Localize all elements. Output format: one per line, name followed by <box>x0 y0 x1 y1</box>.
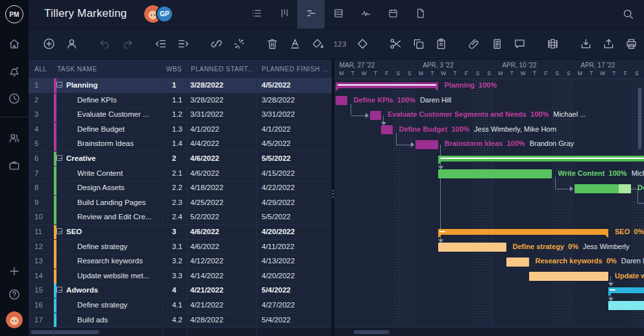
gantt-task-bar[interactable] <box>370 111 382 120</box>
redo-icon[interactable] <box>121 36 134 52</box>
collapse-icon[interactable] <box>56 155 62 161</box>
collapse-icon[interactable] <box>56 228 62 234</box>
task-name[interactable]: Build Landing Pages <box>77 198 146 206</box>
task-name[interactable]: Brainstorm Ideas <box>77 139 134 147</box>
home-icon[interactable] <box>8 38 21 51</box>
task-name[interactable]: Evaluate Customer ... <box>77 110 149 118</box>
task-name[interactable]: Adwords <box>56 286 98 294</box>
avatar-initials[interactable]: GP <box>156 5 173 23</box>
export-icon[interactable] <box>602 36 615 52</box>
panel-splitter[interactable]: ••• <box>332 60 334 336</box>
view-tab-sheet[interactable] <box>325 0 352 29</box>
team-icon[interactable] <box>8 132 21 145</box>
gantt-task-bar[interactable] <box>336 96 347 105</box>
table-row[interactable]: 16Define strategy4.14/21/20224/27/2022 <box>29 298 332 313</box>
view-tab-list[interactable] <box>243 0 270 29</box>
notes-icon[interactable] <box>490 36 504 52</box>
add-user-icon[interactable] <box>65 36 79 52</box>
gantt-task-bar[interactable] <box>438 243 506 252</box>
time-icon[interactable] <box>8 92 21 105</box>
table-row[interactable]: 6Creative24/6/20225/5/2022 <box>29 152 332 167</box>
cut-icon[interactable] <box>389 36 402 52</box>
task-name[interactable]: Research keywords <box>77 257 143 265</box>
gantt-task-bar[interactable] <box>438 169 552 178</box>
table-row[interactable]: 7Write Content2.14/6/20224/15/2022 <box>29 167 332 182</box>
notifications-icon[interactable] <box>8 65 21 78</box>
gantt-task-bar[interactable] <box>529 272 609 281</box>
table-row[interactable]: 14Update website met...3.34/14/20224/20/… <box>29 269 332 284</box>
copy-icon[interactable] <box>412 36 425 52</box>
col-header-wbs[interactable]: WBS <box>166 66 182 73</box>
view-tab-calendar[interactable] <box>379 0 406 29</box>
gantt-task-bar[interactable] <box>506 258 529 267</box>
table-row[interactable]: 10Review and Edit Cre...2.45/2/20225/5/2… <box>29 210 332 225</box>
comment-icon[interactable] <box>513 36 526 52</box>
task-name[interactable]: Define KPIs <box>77 96 117 104</box>
undo-icon[interactable] <box>98 36 112 52</box>
task-name[interactable]: Update website met... <box>77 272 149 280</box>
table-row[interactable]: 8Design Assets2.24/18/20224/22/2022 <box>29 181 332 196</box>
table-horizontal-scrollbar[interactable] <box>29 327 332 336</box>
link-tasks-icon[interactable] <box>210 36 223 52</box>
gantt-horizontal-scrollbar[interactable] <box>334 327 644 336</box>
gantt-summary-bar[interactable] <box>438 156 644 162</box>
delete-icon[interactable] <box>266 36 279 52</box>
table-row[interactable]: 17Build ads4.24/28/20225/4/2022 <box>29 313 332 328</box>
table-row[interactable]: 11SEO34/6/20224/20/2022 <box>29 225 332 240</box>
help-icon[interactable] <box>8 288 21 301</box>
gantt-task-bar[interactable] <box>575 184 632 193</box>
add-task-icon[interactable] <box>42 36 56 52</box>
col-header-task[interactable]: TASK NAME <box>57 66 97 73</box>
view-tab-activity[interactable] <box>352 0 379 29</box>
print-icon[interactable] <box>625 36 638 52</box>
collapse-icon[interactable] <box>56 82 62 88</box>
task-name[interactable]: SEO <box>56 228 82 235</box>
task-name[interactable]: Planning <box>56 81 98 89</box>
col-header-start[interactable]: PLANNED START... <box>191 66 254 73</box>
table-row[interactable]: 12Define strategy3.14/6/20224/11/2022 <box>29 240 332 255</box>
view-tab-board[interactable] <box>270 0 297 29</box>
scrollbar-thumb[interactable] <box>354 330 390 334</box>
gantt-summary-bar[interactable] <box>336 82 438 88</box>
profile-avatar-icon[interactable] <box>6 311 23 328</box>
task-name[interactable]: Define strategy <box>77 243 127 250</box>
task-name[interactable]: Define Budget <box>77 125 125 133</box>
unlink-tasks-icon[interactable] <box>232 36 246 52</box>
task-name[interactable]: Design Assets <box>77 184 125 191</box>
table-row[interactable]: 3Evaluate Customer ...1.23/31/20223/31/2… <box>29 108 332 123</box>
task-name[interactable]: Review and Edit Cre... <box>77 213 151 221</box>
table-row[interactable]: 4Define Budget1.34/1/20224/1/2022 <box>29 123 332 138</box>
gantt-summary-bar[interactable] <box>438 229 609 235</box>
search-icon[interactable] <box>622 8 635 21</box>
task-name[interactable]: Define strategy <box>77 301 127 309</box>
gantt-vertical-scrollbar[interactable] <box>638 88 641 149</box>
table-row[interactable]: 13Research keywords3.24/12/20224/13/2022 <box>29 254 332 269</box>
import-icon[interactable] <box>579 36 593 52</box>
task-name[interactable]: Creative <box>56 154 95 162</box>
font-color-icon[interactable] <box>288 36 302 52</box>
outdent-icon[interactable] <box>154 36 167 52</box>
columns-icon[interactable] <box>546 36 560 52</box>
col-header-all[interactable]: ALL <box>34 66 47 73</box>
collapse-icon[interactable] <box>56 287 62 293</box>
add-icon[interactable] <box>8 265 21 278</box>
table-row[interactable]: 1Planning13/28/20224/5/2022 <box>29 78 332 93</box>
gantt-task-bar[interactable] <box>415 140 438 149</box>
task-name[interactable]: Build ads <box>77 316 108 324</box>
table-row[interactable]: 2Define KPIs1.13/28/20223/28/2022 <box>29 93 332 108</box>
number-icon[interactable]: 123 <box>334 36 347 52</box>
gantt-summary-bar[interactable] <box>608 287 644 293</box>
table-row[interactable]: 15Adwords44/21/20225/4/2022 <box>29 283 332 298</box>
fill-color-icon[interactable] <box>311 36 325 52</box>
gantt-task-bar[interactable] <box>608 301 644 310</box>
gantt-task-bar[interactable] <box>381 125 393 134</box>
task-name[interactable]: Write Content <box>77 169 123 177</box>
scrollbar-thumb[interactable] <box>31 330 99 334</box>
table-row[interactable]: 9Build Landing Pages2.34/25/20224/29/202… <box>29 196 332 211</box>
portfolio-icon[interactable] <box>8 159 21 172</box>
table-row[interactable]: 5Brainstorm Ideas1.44/4/20224/5/2022 <box>29 137 332 152</box>
view-tab-gantt[interactable] <box>297 0 325 29</box>
paste-icon[interactable] <box>434 36 448 52</box>
pm-logo[interactable]: PM <box>5 5 23 23</box>
milestone-icon[interactable] <box>356 36 369 52</box>
